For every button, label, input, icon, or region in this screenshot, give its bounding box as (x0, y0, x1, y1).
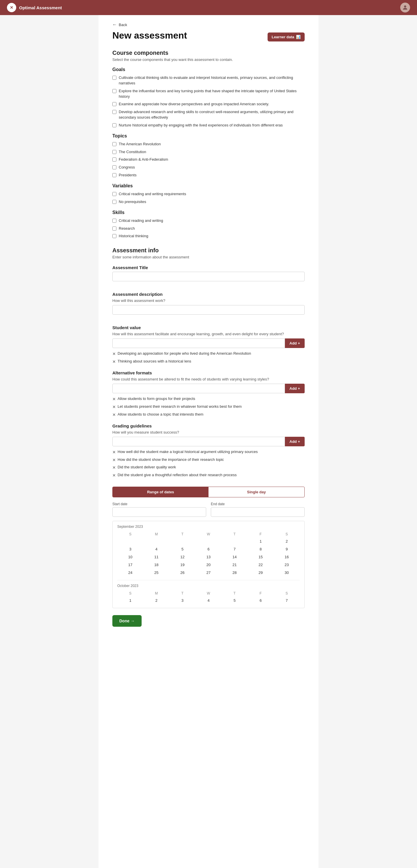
remove-icon-4[interactable]: ✕ (112, 404, 116, 410)
remove-icon-3[interactable]: ✕ (112, 397, 116, 402)
user-avatar[interactable] (400, 3, 410, 12)
day-23[interactable]: 23 (274, 561, 300, 569)
day-6[interactable]: 6 (196, 545, 221, 553)
done-button[interactable]: Done → (112, 615, 142, 627)
oct-day-5[interactable]: 5 (221, 596, 248, 604)
start-date-input[interactable] (112, 507, 206, 517)
list-item: ✕ Allow students to form groups for thei… (112, 396, 305, 402)
skill-checkbox-1[interactable] (112, 219, 116, 223)
oct-day-3[interactable]: 3 (169, 596, 196, 604)
alt-formats-add-button[interactable]: Add + (285, 384, 305, 393)
end-date-label: End date (211, 502, 305, 506)
topic-checkbox-2[interactable] (112, 150, 116, 154)
dow-f: F (248, 531, 274, 537)
topic-checkbox-5[interactable] (112, 173, 116, 177)
day-24[interactable]: 24 (117, 569, 143, 577)
student-value-add-button[interactable]: Add + (285, 338, 305, 348)
variable-checkbox-1[interactable] (112, 192, 116, 196)
oct-day-7[interactable]: 7 (274, 596, 300, 604)
remove-icon-8[interactable]: ✕ (112, 465, 116, 471)
remove-icon-5[interactable]: ✕ (112, 412, 116, 418)
goal-checkbox-1[interactable] (112, 76, 116, 80)
day-8[interactable]: 8 (248, 545, 274, 553)
day-21[interactable]: 21 (221, 561, 248, 569)
topic-checkbox-1[interactable] (112, 142, 116, 146)
remove-icon-9[interactable]: ✕ (112, 473, 116, 478)
day-30[interactable]: 30 (274, 569, 300, 577)
day-7[interactable]: 7 (221, 545, 248, 553)
day-12[interactable]: 12 (169, 553, 196, 561)
table-row: 24 25 26 27 28 29 30 (117, 569, 300, 577)
dow-w: W (196, 590, 221, 596)
assessment-desc-input[interactable] (112, 305, 305, 315)
topics-title: Topics (112, 133, 305, 138)
day-11[interactable]: 11 (143, 553, 169, 561)
day-15[interactable]: 15 (248, 553, 274, 561)
day-26[interactable]: 26 (169, 569, 196, 577)
day-28[interactable]: 28 (221, 569, 248, 577)
list-item: ✕ How did the student show the importanc… (112, 457, 305, 463)
assessment-title-input[interactable] (112, 272, 305, 281)
oct-day-6[interactable]: 6 (248, 596, 274, 604)
grading-add-button[interactable]: Add + (285, 437, 305, 446)
goal-label-3: Examine and appreciate how diverse persp… (119, 101, 269, 107)
day-10[interactable]: 10 (117, 553, 143, 561)
oct-day-1[interactable]: 1 (117, 596, 143, 604)
chart-icon: 📊 (296, 35, 301, 39)
topics-subsection: Topics The American Revolution The Const… (112, 133, 305, 178)
alt-formats-input[interactable] (112, 384, 285, 393)
grading-item-4: Did the student give a thoughtful reflec… (117, 472, 237, 478)
list-item: ✕ Developing an appreciation for people … (112, 351, 305, 357)
day-20[interactable]: 20 (196, 561, 221, 569)
goal-checkbox-2[interactable] (112, 89, 116, 93)
oct-day-2[interactable]: 2 (143, 596, 169, 604)
svg-point-0 (404, 5, 406, 7)
october-month-label: October 2023 (117, 584, 300, 588)
day-17[interactable]: 17 (117, 561, 143, 569)
remove-icon-2[interactable]: ✕ (112, 359, 116, 365)
day-4[interactable]: 4 (143, 545, 169, 553)
range-of-dates-tab[interactable]: Range of dates (113, 487, 209, 497)
skills-subsection: Skills Critical reading and writing Rese… (112, 210, 305, 239)
table-row: 17 18 19 20 21 22 23 (117, 561, 300, 569)
back-link[interactable]: ← Back (112, 22, 305, 27)
goal-checkbox-3[interactable] (112, 102, 116, 106)
day-29[interactable]: 29 (248, 569, 274, 577)
day-3[interactable]: 3 (117, 545, 143, 553)
goal-label-1: Cultivate critical thinking skills to ev… (119, 75, 305, 86)
day-9[interactable]: 9 (274, 545, 300, 553)
day-25[interactable]: 25 (143, 569, 169, 577)
back-label: Back (119, 23, 127, 27)
range-tab-label: Range of dates (147, 490, 174, 494)
day-22[interactable]: 22 (248, 561, 274, 569)
skill-checkbox-2[interactable] (112, 226, 116, 230)
end-date-input[interactable] (211, 507, 305, 517)
remove-icon-6[interactable]: ✕ (112, 450, 116, 455)
empty-cell (196, 537, 221, 545)
student-value-input[interactable] (112, 338, 285, 348)
remove-icon-1[interactable]: ✕ (112, 351, 116, 357)
goal-checkbox-4[interactable] (112, 110, 116, 114)
day-13[interactable]: 13 (196, 553, 221, 561)
day-5[interactable]: 5 (169, 545, 196, 553)
assessment-desc-label: Assessment description (112, 292, 305, 297)
goal-label-5: Nurture historical empathy by engaging w… (119, 123, 283, 128)
day-27[interactable]: 27 (196, 569, 221, 577)
remove-icon-7[interactable]: ✕ (112, 457, 116, 463)
topic-checkbox-4[interactable] (112, 165, 116, 169)
single-day-tab[interactable]: Single day (209, 487, 304, 497)
skill-checkbox-3[interactable] (112, 234, 116, 238)
learner-data-button[interactable]: Learner data 📊 (268, 32, 305, 41)
variable-checkbox-2[interactable] (112, 200, 116, 204)
day-2[interactable]: 2 (274, 537, 300, 545)
day-16[interactable]: 16 (274, 553, 300, 561)
grading-input[interactable] (112, 437, 285, 446)
oct-day-4[interactable]: 4 (196, 596, 221, 604)
day-14[interactable]: 14 (221, 553, 248, 561)
day-19[interactable]: 19 (169, 561, 196, 569)
day-18[interactable]: 18 (143, 561, 169, 569)
goal-checkbox-5[interactable] (112, 123, 116, 127)
topic-checkbox-3[interactable] (112, 157, 116, 161)
dow-s: S (117, 531, 143, 537)
day-1[interactable]: 1 (248, 537, 274, 545)
